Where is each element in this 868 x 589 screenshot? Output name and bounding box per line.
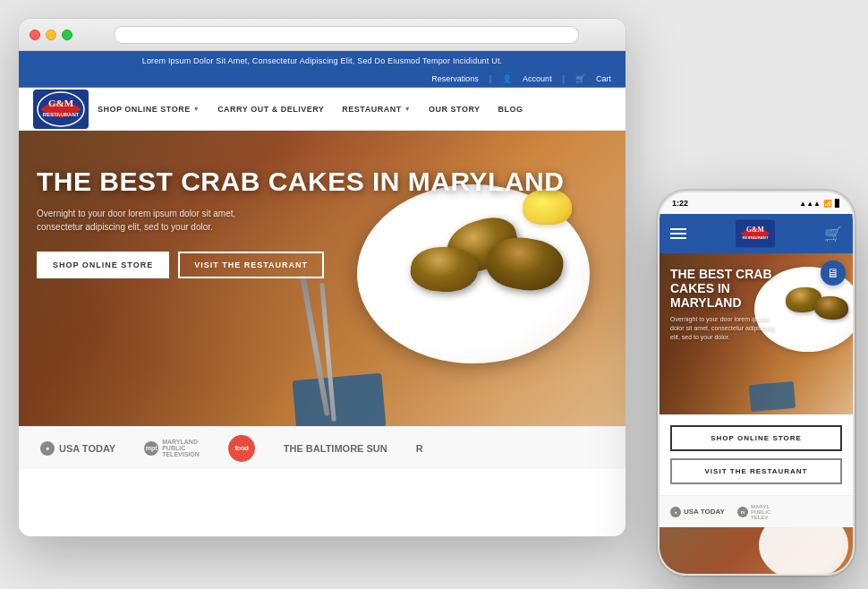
mobile-crab-cake-2	[814, 296, 848, 320]
mobile-cart-icon[interactable]: 🛒	[824, 226, 842, 243]
mobile-nav: G&M RESTAURANT 🛒	[660, 214, 853, 253]
svg-text:G&M: G&M	[746, 226, 765, 234]
visit-restaurant-button[interactable]: VISIT THE RESTAURANT	[178, 252, 324, 278]
mobile-napkin	[749, 381, 796, 412]
nav-items: SHOP ONLINE STORE ▼ CARRY OUT & DELIVERY…	[89, 105, 532, 114]
mobile-gm-logo: G&M RESTAURANT	[736, 219, 775, 248]
divider-2: |	[563, 74, 565, 83]
mpt-icon: mpt	[144, 441, 158, 456]
other-press-logo: R	[416, 443, 423, 454]
nav-arrow-shop: ▼	[193, 106, 200, 112]
account-icon: 👤	[502, 74, 512, 83]
desktop-browser-content: Lorem Ipsum Dolor Sit Amet, Consectetur …	[19, 51, 625, 536]
hero-buttons: SHOP ONLINE STORE VISIT THE RESTAURANT	[37, 252, 564, 278]
divider: |	[489, 74, 491, 83]
napkin	[293, 373, 387, 426]
cart-link[interactable]: Cart	[596, 74, 611, 83]
mpt-logo: mpt MARYLAND PUBLIC TELEVISION	[144, 439, 200, 457]
account-link[interactable]: Account	[523, 74, 552, 83]
site-banner: Lorem Ipsum Dolor Sit Amet, Consectetur …	[19, 51, 625, 71]
monitor-icon: 🖥	[827, 266, 839, 280]
maximize-button[interactable]	[62, 30, 72, 40]
desktop-mockup: Lorem Ipsum Dolor Sit Amet, Consectetur …	[18, 18, 626, 537]
nav-shop-online[interactable]: SHOP ONLINE STORE ▼	[89, 105, 208, 114]
svg-text:RESTAURANT: RESTAURANT	[43, 112, 80, 117]
hero-text: THE BEST CRAB CAKES IN MARYLAND Overnigh…	[37, 166, 564, 278]
mobile-press-bar: ● USA TODAY m MARYL PUBLIC TELEV	[660, 495, 853, 527]
hero-title: THE BEST CRAB CAKES IN MARYLAND	[37, 166, 564, 196]
url-bar[interactable]	[114, 26, 579, 44]
food-network-logo: food	[228, 435, 255, 462]
mobile-statusbar: 1:22 ▲▲▲ 📶 ▊	[660, 192, 853, 214]
mobile-hero-title: THE BEST CRAB CAKES IN MARYLAND	[670, 267, 778, 310]
mobile-status-icons: ▲▲▲ 📶 ▊	[799, 200, 840, 208]
nav-carryout[interactable]: CARRY OUT & DELIVERY	[208, 105, 333, 114]
shop-online-store-button[interactable]: SHOP ONLINE STORE	[37, 252, 169, 278]
mobile-mpt: m MARYL PUBLIC TELEV	[737, 504, 770, 520]
mobile-cta-area: SHOP ONLINE STORE VISIT THE RESTAURANT	[660, 414, 853, 495]
mobile-mockup: 1:22 ▲▲▲ 📶 ▊ G&M RESTAURANT 🛒	[658, 191, 855, 576]
banner-text: Lorem Ipsum Dolor Sit Amet, Consectetur …	[142, 56, 503, 65]
mobile-hero-text: THE BEST CRAB CAKES IN MARYLAND Overnigh…	[670, 267, 778, 342]
nav-blog[interactable]: BLOG	[489, 105, 532, 114]
mobile-shop-online-button[interactable]: SHOP ONLINE STORE	[670, 425, 842, 451]
mobile-hero: 🖥 THE BEST CRAB CAKES IN MARYLAND Overni…	[660, 253, 853, 414]
site-nav: G&M RESTAURANT SHOP ONLINE STORE ▼ CARRY…	[19, 88, 625, 131]
cart-icon: 🛒	[575, 74, 585, 83]
mobile-usa-today: ● USA TODAY	[670, 507, 725, 517]
hamburger-menu[interactable]	[670, 228, 686, 239]
signal-icon: ▲▲▲	[799, 200, 821, 208]
mobile-food-bottom	[660, 527, 853, 576]
site-header: Reservations | 👤 Account | 🛒 Cart	[19, 71, 625, 88]
mobile-usa-today-icon: ●	[670, 507, 681, 517]
nav-restaurant[interactable]: RESTAURANT ▼	[333, 105, 420, 114]
usa-today-logo: ● USA TODAY	[40, 441, 115, 456]
gm-logo: G&M RESTAURANT	[33, 90, 89, 129]
baltimore-sun-logo: THE BALTIMORE SUN	[284, 443, 387, 454]
svg-text:G&M: G&M	[48, 98, 74, 108]
mobile-time: 1:22	[672, 199, 688, 208]
nav-our-story[interactable]: OUR STORY	[420, 105, 489, 114]
hero-section: THE BEST CRAB CAKES IN MARYLAND Overnigh…	[19, 131, 625, 426]
mobile-hero-subtitle: Overnight to your door lorem ipsum dolor…	[670, 315, 778, 341]
monitor-badge: 🖥	[821, 260, 846, 286]
desktop-titlebar	[19, 19, 625, 51]
mobile-mpt-icon: m	[737, 507, 748, 517]
mobile-visit-restaurant-button[interactable]: VISIT THE RESTAURANT	[670, 458, 842, 484]
minimize-button[interactable]	[46, 30, 56, 40]
hero-subtitle: Overnight to your door lorem ipsum dolor…	[37, 207, 269, 234]
battery-icon: ▊	[835, 200, 840, 208]
wifi-icon: 📶	[823, 200, 832, 208]
svg-text:RESTAURANT: RESTAURANT	[743, 235, 769, 240]
close-button[interactable]	[30, 30, 40, 40]
nav-arrow-restaurant: ▼	[404, 106, 411, 112]
reservations-link[interactable]: Reservations	[431, 74, 479, 83]
press-bar: ● USA TODAY mpt MARYLAND PUBLIC TELEVISI…	[19, 426, 625, 469]
usa-today-icon: ●	[40, 441, 55, 456]
food-icon: food	[228, 435, 255, 462]
mobile-plate-bottom	[759, 527, 848, 576]
scene: Lorem Ipsum Dolor Sit Amet, Consectetur …	[0, 0, 868, 589]
